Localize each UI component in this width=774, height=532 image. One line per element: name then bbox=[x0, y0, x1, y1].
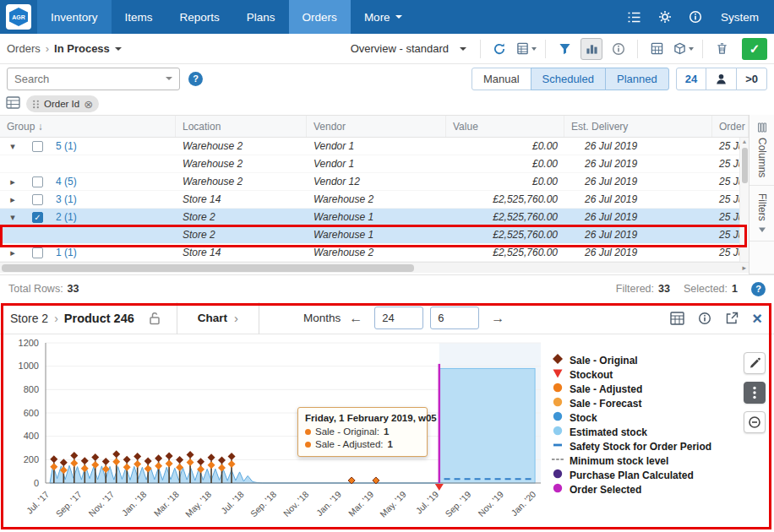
search-dropdown-caret-icon[interactable] bbox=[166, 77, 172, 80]
nav-item-more[interactable]: More bbox=[351, 0, 416, 34]
row-expander-icon[interactable]: ▸ bbox=[0, 176, 25, 187]
group-by-chip[interactable]: Order Id ⊗ bbox=[26, 95, 99, 112]
panel-close-icon[interactable]: × bbox=[752, 310, 762, 327]
panel-info-icon[interactable] bbox=[698, 312, 711, 325]
cell-group-link[interactable]: 2 (1) bbox=[49, 211, 176, 223]
data-table-icon[interactable] bbox=[670, 312, 684, 325]
nav-item-reports[interactable]: Reports bbox=[166, 0, 233, 34]
legend-item[interactable]: Purchase Plan Calculated bbox=[552, 468, 736, 482]
period-count-button[interactable]: 24 bbox=[676, 68, 706, 90]
more-options-button[interactable] bbox=[744, 382, 766, 404]
table-row[interactable]: Store 2Warehouse 1£2,525,760.0026 Jul 20… bbox=[0, 226, 740, 244]
vertical-scroll-thumb[interactable] bbox=[742, 148, 748, 183]
column-header-est-delivery[interactable]: Est. Delivery bbox=[564, 116, 712, 137]
toggle-scheduled[interactable]: Scheduled bbox=[531, 68, 606, 90]
toggle-planned[interactable]: Planned bbox=[605, 68, 669, 90]
status-help-icon[interactable]: ? bbox=[751, 282, 766, 296]
table-row[interactable]: Warehouse 2Vendor 1£0.0026 Jul 201925 Ju bbox=[0, 155, 740, 173]
row-expander-icon[interactable]: ▾ bbox=[0, 212, 25, 223]
package-box-icon[interactable] bbox=[673, 38, 695, 60]
breadcrumb-current[interactable]: In Process bbox=[54, 42, 110, 55]
edit-pencil-button[interactable] bbox=[744, 352, 766, 374]
months-forward-arrow-icon[interactable]: → bbox=[491, 311, 504, 326]
list-menu-icon[interactable] bbox=[619, 0, 650, 34]
side-tab-filters[interactable]: Filters bbox=[749, 186, 774, 242]
row-checkbox[interactable] bbox=[32, 247, 43, 258]
chip-remove-icon[interactable]: ⊗ bbox=[84, 99, 93, 110]
confirm-button[interactable]: ✓ bbox=[742, 38, 767, 60]
row-checkbox[interactable] bbox=[32, 176, 43, 187]
info-icon[interactable] bbox=[680, 0, 711, 34]
export-spreadsheet-icon[interactable] bbox=[515, 38, 537, 60]
tooltip-bullet-icon bbox=[305, 442, 311, 448]
legend-item[interactable]: Estimated stock bbox=[552, 425, 736, 439]
legend-item[interactable]: Order Selected bbox=[552, 482, 736, 497]
settings-gear-icon[interactable] bbox=[650, 0, 680, 34]
breadcrumb-caret-icon[interactable] bbox=[115, 47, 122, 51]
system-menu[interactable]: System bbox=[711, 11, 769, 24]
months-back-arrow-icon[interactable]: ← bbox=[349, 311, 362, 326]
table-row[interactable]: ▸3 (1)Store 14Warehouse 2£2,525,760.0026… bbox=[0, 191, 740, 209]
horizontal-scroll-thumb[interactable] bbox=[2, 264, 414, 272]
months-history-input[interactable] bbox=[374, 307, 423, 329]
delete-trash-icon[interactable] bbox=[711, 38, 733, 60]
table-row[interactable]: ▸4 (5)Warehouse 2Vendor 12£0.0026 Jul 20… bbox=[0, 173, 740, 191]
table-row[interactable]: ▾5 (1)Warehouse 2Vendor 1£0.0026 Jul 201… bbox=[0, 138, 740, 155]
side-tab-columns[interactable]: Columns bbox=[749, 115, 774, 186]
nav-item-inventory[interactable]: Inventory bbox=[37, 0, 112, 34]
refresh-icon[interactable] bbox=[488, 38, 510, 60]
toggle-manual[interactable]: Manual bbox=[471, 68, 531, 90]
row-checkbox[interactable]: ✓ bbox=[32, 212, 43, 223]
table-row[interactable]: ▾✓2 (1)Store 2Warehouse 1£2,525,760.0026… bbox=[0, 209, 740, 226]
legend-item[interactable]: Stockout bbox=[552, 367, 736, 382]
cell-group-link[interactable]: 5 (1) bbox=[49, 140, 176, 152]
legend-item[interactable]: Safety Stock for Order Period bbox=[552, 439, 736, 453]
chart-view-icon[interactable] bbox=[580, 38, 602, 60]
table-row[interactable]: ▸1 (1)Store 14Warehouse 2£2,525,760.0026… bbox=[0, 244, 740, 262]
cell-group-link[interactable]: 4 (5) bbox=[49, 176, 176, 187]
calculation-grid-icon[interactable] bbox=[646, 38, 668, 60]
column-header-group[interactable]: Group ↓ bbox=[0, 116, 176, 137]
cell-group-link[interactable]: 1 (1) bbox=[49, 247, 176, 258]
table-vertical-scrollbar[interactable]: ▲ bbox=[739, 138, 749, 262]
sales-history-chart[interactable]: 020040060080010001200Jul. '17Sep. '17Nov… bbox=[2, 334, 549, 531]
nav-item-items[interactable]: Items bbox=[112, 0, 166, 34]
scroll-up-icon[interactable]: ▲ bbox=[740, 138, 749, 146]
unlock-icon[interactable] bbox=[148, 312, 161, 325]
column-header-value[interactable]: Value bbox=[446, 116, 564, 137]
nav-item-plans[interactable]: Plans bbox=[233, 0, 289, 34]
months-future-input[interactable] bbox=[430, 307, 479, 329]
zoom-out-button[interactable] bbox=[744, 411, 766, 433]
column-header-vendor[interactable]: Vendor bbox=[307, 116, 446, 137]
column-header-location[interactable]: Location bbox=[176, 116, 307, 137]
breadcrumb-root[interactable]: Orders bbox=[7, 42, 41, 55]
legend-item[interactable]: Sale - Original bbox=[552, 353, 736, 367]
scroll-right-icon[interactable]: ▸ bbox=[742, 263, 746, 274]
info-toolbar-icon[interactable] bbox=[608, 38, 630, 60]
row-expander-icon[interactable]: ▸ bbox=[0, 194, 25, 205]
column-header-order-date[interactable]: Order D bbox=[712, 116, 749, 137]
panel-store-link[interactable]: Store 2 bbox=[10, 312, 48, 325]
table-horizontal-scrollbar[interactable]: ▸ bbox=[0, 262, 749, 273]
search-input[interactable] bbox=[14, 73, 166, 85]
view-dropdown[interactable]: Overview - standard bbox=[351, 42, 466, 55]
panel-product-title[interactable]: Product 246 bbox=[64, 312, 134, 325]
user-filter-button[interactable] bbox=[706, 68, 737, 90]
cell-group-link[interactable]: 3 (1) bbox=[49, 193, 176, 205]
tab-chart[interactable]: Chart › bbox=[177, 302, 259, 334]
row-expander-icon[interactable]: ▸ bbox=[0, 247, 25, 258]
layout-table-icon[interactable] bbox=[6, 96, 20, 111]
search-help-icon[interactable]: ? bbox=[188, 72, 203, 86]
legend-item[interactable]: Stock bbox=[552, 410, 736, 425]
open-external-icon[interactable] bbox=[725, 312, 739, 325]
filter-funnel-icon[interactable] bbox=[553, 38, 575, 60]
greater-than-zero-button[interactable]: >0 bbox=[736, 68, 767, 90]
row-checkbox[interactable] bbox=[32, 141, 43, 152]
nav-item-orders[interactable]: Orders bbox=[289, 0, 351, 34]
legend-item[interactable]: Sale - Adjusted bbox=[552, 382, 736, 396]
legend-item[interactable]: Minimum stock level bbox=[552, 453, 736, 468]
row-expander-icon[interactable]: ▾ bbox=[0, 141, 25, 152]
app-logo[interactable]: AGR bbox=[0, 0, 37, 34]
legend-item[interactable]: Sale - Forecast bbox=[552, 396, 736, 410]
row-checkbox[interactable] bbox=[32, 194, 43, 205]
